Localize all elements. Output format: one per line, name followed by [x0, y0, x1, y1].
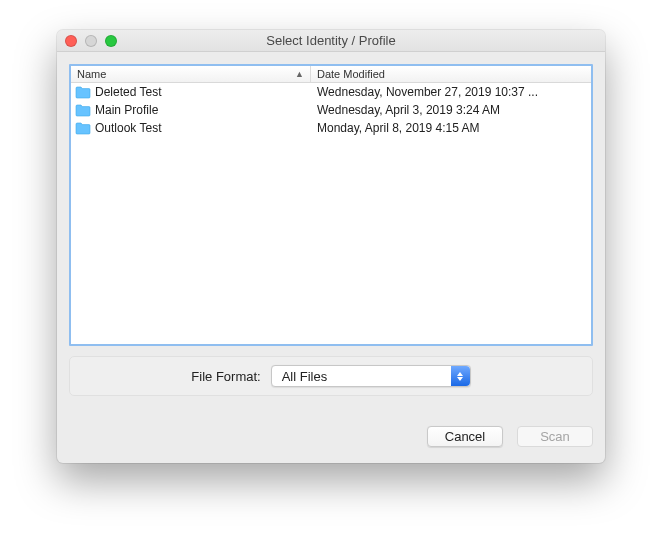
file-format-row: File Format: All Files [69, 356, 593, 396]
file-name: Main Profile [95, 103, 158, 117]
folder-icon [75, 122, 91, 135]
file-date: Wednesday, November 27, 2019 10:37 ... [311, 85, 591, 99]
column-header-name-label: Name [77, 68, 106, 80]
rows-container: Deleted Test Wednesday, November 27, 201… [71, 83, 591, 344]
file-format-label: File Format: [191, 369, 260, 384]
zoom-icon[interactable] [105, 35, 117, 47]
table-row[interactable]: Main Profile Wednesday, April 3, 2019 3:… [71, 101, 591, 119]
file-name: Outlook Test [95, 121, 161, 135]
titlebar: Select Identity / Profile [57, 30, 605, 52]
table-row[interactable]: Outlook Test Monday, April 8, 2019 4:15 … [71, 119, 591, 137]
file-date: Wednesday, April 3, 2019 3:24 AM [311, 103, 591, 117]
table-row[interactable]: Deleted Test Wednesday, November 27, 201… [71, 83, 591, 101]
window-title: Select Identity / Profile [57, 33, 605, 48]
cancel-button[interactable]: Cancel [427, 426, 503, 447]
column-header-date-label: Date Modified [317, 68, 385, 80]
file-date: Monday, April 8, 2019 4:15 AM [311, 121, 591, 135]
cancel-button-label: Cancel [445, 429, 485, 444]
traffic-lights [65, 35, 117, 47]
dialog-window: Select Identity / Profile Name ▲ Date Mo… [57, 30, 605, 463]
dropdown-stepper-icon [451, 366, 470, 386]
file-name: Deleted Test [95, 85, 162, 99]
column-header-date[interactable]: Date Modified [311, 66, 591, 82]
file-format-dropdown[interactable]: All Files [271, 365, 471, 387]
column-headers: Name ▲ Date Modified [71, 66, 591, 83]
close-icon[interactable] [65, 35, 77, 47]
scan-button: Scan [517, 426, 593, 447]
body-area: Name ▲ Date Modified Deleted Test Wednes… [57, 52, 605, 408]
scan-button-label: Scan [540, 429, 570, 444]
folder-icon [75, 104, 91, 117]
button-row: Cancel Scan [57, 408, 605, 463]
file-list[interactable]: Name ▲ Date Modified Deleted Test Wednes… [69, 64, 593, 346]
folder-icon [75, 86, 91, 99]
sort-ascending-icon: ▲ [295, 69, 304, 79]
column-header-name[interactable]: Name ▲ [71, 66, 311, 82]
minimize-icon [85, 35, 97, 47]
file-format-value: All Files [272, 369, 328, 384]
